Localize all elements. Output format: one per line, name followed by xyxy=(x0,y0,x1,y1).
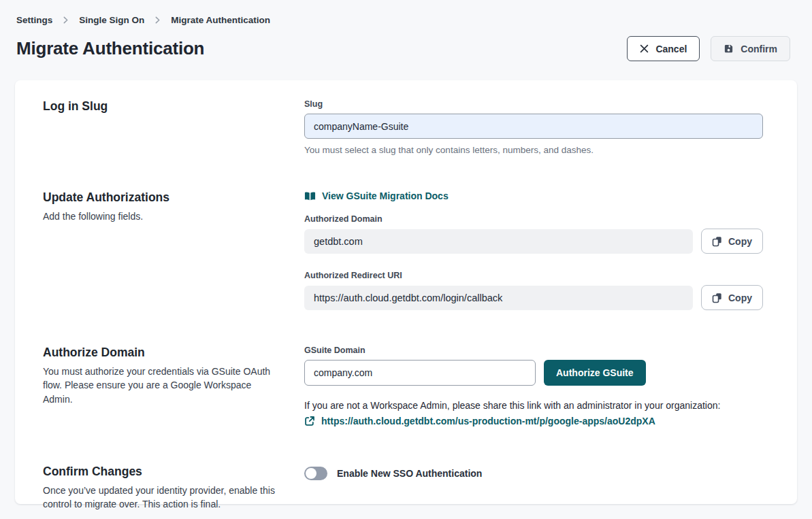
confirm-button-label: Confirm xyxy=(741,44,777,54)
authorized-redirect-uri-value: https://auth.cloud.getdbt.com/login/call… xyxy=(304,286,693,310)
copy-icon xyxy=(712,236,722,247)
authorize-domain-row: Authorize GSuite xyxy=(304,360,763,386)
authorized-domain-value: getdbt.com xyxy=(304,229,693,254)
authorize-domain-description: You must authorize your credentials via … xyxy=(43,365,278,406)
enable-sso-toggle-row: Enable New SSO Authentication xyxy=(304,465,763,480)
page-title: Migrate Authentication xyxy=(16,38,204,59)
page-header: Settings Single Sign On Migrate Authenti… xyxy=(0,0,812,61)
section-update-authorizations: Update Authorizations Add the following … xyxy=(43,190,763,310)
authorized-domain-row: getdbt.com Copy xyxy=(304,229,763,254)
breadcrumb-settings[interactable]: Settings xyxy=(16,15,52,25)
copy-button-label: Copy xyxy=(728,292,752,303)
chevron-right-icon xyxy=(154,16,161,24)
gsuite-migration-docs-link-label: View GSuite Migration Docs xyxy=(322,190,449,201)
authorize-gsuite-button[interactable]: Authorize GSuite xyxy=(544,360,646,386)
chevron-right-icon xyxy=(62,16,69,24)
section-confirm-changes: Confirm Changes Once you’ve updated your… xyxy=(43,465,763,512)
gsuite-domain-label: GSuite Domain xyxy=(304,346,763,355)
share-authorization-link-label: https://auth.cloud.getdbt.com/us-product… xyxy=(321,416,655,426)
cancel-button-label: Cancel xyxy=(655,44,687,54)
workspace-admin-note: If you are not a Workspace Admin, please… xyxy=(304,400,763,411)
breadcrumb-single-sign-on[interactable]: Single Sign On xyxy=(79,15,144,25)
book-icon xyxy=(304,191,316,201)
header-actions: Cancel Confirm xyxy=(627,36,790,61)
breadcrumb-current: Migrate Authentication xyxy=(171,15,270,25)
external-link-icon xyxy=(304,416,315,426)
enable-sso-toggle[interactable] xyxy=(304,467,327,480)
copy-authorized-domain-button[interactable]: Copy xyxy=(701,229,763,254)
section-heading-confirm-changes: Confirm Changes xyxy=(43,465,304,479)
authorized-redirect-uri-row: https://auth.cloud.getdbt.com/login/call… xyxy=(304,285,763,310)
section-authorize-domain: Authorize Domain You must authorize your… xyxy=(43,346,763,429)
authorized-redirect-uri-label: Authorized Redirect URI xyxy=(304,271,763,280)
authorized-domain-label: Authorized Domain xyxy=(304,214,763,224)
gsuite-migration-docs-link[interactable]: View GSuite Migration Docs xyxy=(304,190,449,201)
section-heading-update-authorizations: Update Authorizations xyxy=(43,190,304,205)
section-heading-login-slug: Log in Slug xyxy=(43,99,304,114)
breadcrumb: Settings Single Sign On Migrate Authenti… xyxy=(16,15,790,25)
toggle-knob xyxy=(306,468,316,479)
share-authorization-link[interactable]: https://auth.cloud.getdbt.com/us-product… xyxy=(304,416,655,426)
copy-redirect-uri-button[interactable]: Copy xyxy=(701,285,763,310)
slug-helper-text: You must select a slug that only contain… xyxy=(304,145,763,155)
section-login-slug: Log in Slug Slug You must select a slug … xyxy=(43,99,763,155)
cancel-button[interactable]: Cancel xyxy=(627,36,700,61)
slug-field-label: Slug xyxy=(304,99,763,109)
settings-card: Log in Slug Slug You must select a slug … xyxy=(15,80,797,504)
section-heading-authorize-domain: Authorize Domain xyxy=(43,346,304,360)
enable-sso-toggle-label: Enable New SSO Authentication xyxy=(337,468,482,479)
slug-input[interactable] xyxy=(304,114,763,139)
close-icon xyxy=(640,44,649,53)
confirm-button[interactable]: Confirm xyxy=(711,36,790,61)
gsuite-domain-input[interactable] xyxy=(304,360,536,386)
update-authorizations-description: Add the following fields. xyxy=(43,210,278,223)
confirm-changes-description: Once you’ve updated your identity provid… xyxy=(43,484,278,512)
save-icon xyxy=(724,44,734,54)
copy-icon xyxy=(712,292,722,303)
copy-button-label: Copy xyxy=(728,236,752,247)
